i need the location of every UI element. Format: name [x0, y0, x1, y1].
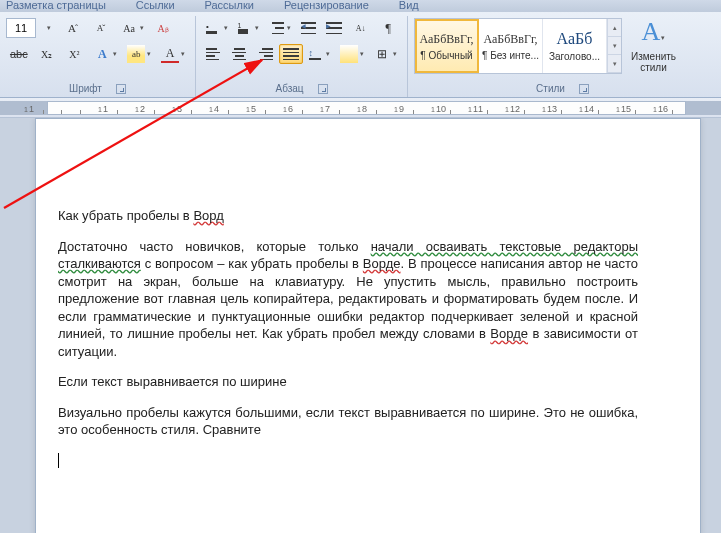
style-normal-label: ¶ Обычный [420, 50, 472, 61]
group-styles-label: Стили [536, 83, 565, 94]
styles-dialog-launcher[interactable] [579, 84, 589, 94]
document-background: Как убрать пробелы в Ворд Достаточно час… [0, 118, 721, 533]
change-case-icon [120, 19, 138, 37]
font-size-dropdown[interactable] [38, 18, 58, 38]
gallery-up-icon: ▴ [608, 19, 621, 37]
style-normal[interactable]: АаБбВвГг, ¶ Обычный [415, 19, 479, 73]
document-body[interactable]: Как убрать пробелы в Ворд Достаточно час… [58, 207, 638, 470]
bullet-list-button[interactable] [202, 18, 232, 38]
doc-paragraph-1: Достаточно часто новичков, которые тольк… [58, 238, 638, 361]
group-font: 11 abc Шрифт [0, 16, 196, 97]
change-styles-label: Изменить стили [626, 51, 681, 73]
tab-references[interactable]: Ссылки [130, 0, 181, 10]
doc-cursor-line [58, 452, 638, 470]
align-center-icon [232, 47, 248, 61]
line-spacing-icon [309, 47, 325, 61]
pilcrow-icon [379, 19, 397, 37]
borders-icon [374, 45, 391, 63]
style-nospacing-label: ¶ Без инте... [482, 50, 539, 61]
clear-formatting-icon [154, 19, 172, 37]
font-color-icon [161, 45, 179, 63]
horizontal-ruler[interactable]: 11234567891011121314151617 [0, 98, 721, 118]
ruler-ticks: 11234567891011121314151617 [47, 101, 686, 115]
sort-icon [352, 19, 370, 37]
change-case-button[interactable] [116, 18, 148, 38]
doc-paragraph-2: Если текст выравнивается по ширине [58, 373, 638, 391]
align-right-icon [257, 47, 273, 61]
bullet-list-icon [206, 21, 222, 35]
style-preview-text: АаБбВвГг, [419, 32, 473, 47]
ribbon: 11 abc Шрифт [0, 12, 721, 98]
align-justify-icon [283, 47, 299, 61]
group-paragraph: Абзац [196, 16, 408, 97]
sort-button[interactable] [348, 18, 374, 38]
align-left-button[interactable] [202, 44, 226, 64]
multilevel-list-button[interactable] [265, 18, 295, 38]
align-right-button[interactable] [253, 44, 277, 64]
doc-paragraph-3: Визуально пробелы кажутся большими, если… [58, 404, 638, 439]
subscript-icon [38, 45, 56, 63]
group-font-label: Шрифт [69, 83, 102, 94]
text-effects-icon [93, 45, 111, 63]
show-marks-button[interactable] [375, 18, 401, 38]
shrink-font-button[interactable] [88, 18, 114, 38]
style-heading1[interactable]: АаБб Заголово... [543, 19, 607, 73]
align-justify-button[interactable] [279, 44, 303, 64]
gallery-down-icon: ▾ [608, 37, 621, 55]
style-preview-heading: АаБб [557, 30, 593, 48]
text-cursor [58, 453, 59, 468]
multilevel-list-icon [269, 21, 285, 35]
gallery-more-icon: ▾ [608, 55, 621, 73]
superscript-icon [66, 45, 84, 63]
style-no-spacing[interactable]: АаБбВвГг, ¶ Без инте... [479, 19, 543, 73]
increase-indent-button[interactable] [322, 18, 346, 38]
highlight-icon [127, 45, 145, 63]
change-styles-button[interactable]: A Изменить стили [626, 18, 681, 74]
numbered-list-button[interactable] [234, 18, 264, 38]
strikethrough-button[interactable]: abc [6, 44, 32, 64]
doc-title: Как убрать пробелы в Ворд [58, 207, 638, 225]
group-paragraph-label: Абзац [275, 83, 303, 94]
paragraph-dialog-launcher[interactable] [318, 84, 328, 94]
tab-view[interactable]: Вид [393, 0, 425, 10]
font-size-input[interactable]: 11 [6, 18, 36, 38]
group-styles: АаБбВвГг, ¶ Обычный АаБбВвГг, ¶ Без инте… [408, 16, 717, 97]
align-center-button[interactable] [228, 44, 252, 64]
grow-font-icon [64, 19, 82, 37]
document-page[interactable]: Как убрать пробелы в Ворд Достаточно час… [35, 118, 701, 533]
decrease-indent-button[interactable] [297, 18, 321, 38]
subscript-button[interactable] [34, 44, 60, 64]
styles-gallery: АаБбВвГг, ¶ Обычный АаБбВвГг, ¶ Без инте… [414, 18, 622, 74]
align-left-icon [206, 47, 222, 61]
style-heading1-label: Заголово... [549, 51, 600, 62]
text-effects-button[interactable] [89, 44, 121, 64]
change-styles-icon: A [642, 19, 666, 51]
grow-font-button[interactable] [60, 18, 86, 38]
tab-review[interactable]: Рецензирование [278, 0, 375, 10]
ribbon-tabs: Разметка страницы Ссылки Рассылки Реценз… [0, 0, 721, 12]
line-spacing-button[interactable] [305, 44, 335, 64]
shrink-font-icon [92, 19, 110, 37]
borders-button[interactable] [370, 44, 401, 64]
style-preview-text: АаБбВвГг, [483, 32, 537, 47]
numbered-list-icon [238, 21, 254, 35]
superscript-button[interactable] [62, 44, 88, 64]
clear-formatting-button[interactable] [150, 18, 176, 38]
styles-gallery-expand[interactable]: ▴ ▾ ▾ [607, 19, 621, 73]
decrease-indent-icon [301, 21, 317, 35]
font-color-button[interactable] [157, 44, 189, 64]
highlight-button[interactable] [123, 44, 155, 64]
tab-mailings[interactable]: Рассылки [199, 0, 260, 10]
ruler-margin-right [686, 101, 721, 115]
shading-icon [340, 45, 357, 63]
font-dialog-launcher[interactable] [116, 84, 126, 94]
shading-button[interactable] [336, 44, 367, 64]
tab-page-layout[interactable]: Разметка страницы [0, 0, 112, 10]
increase-indent-icon [326, 21, 342, 35]
